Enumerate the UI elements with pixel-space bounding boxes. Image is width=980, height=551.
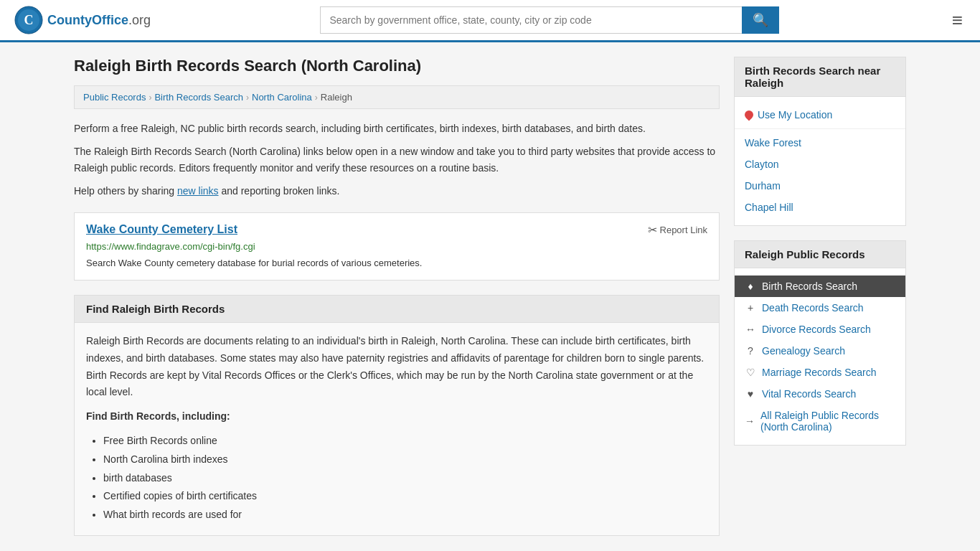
logo-text: CountyOffice.org xyxy=(47,13,151,28)
breadcrumb-sep-2: › xyxy=(246,93,249,103)
breadcrumb-raleigh: Raleigh xyxy=(321,92,352,103)
sidebar-nearby-durham[interactable]: Durham xyxy=(735,175,905,197)
record-card: Wake County Cemetery List ✂ Report Link … xyxy=(74,212,720,281)
sidebar-item-birth-records[interactable]: ♦ Birth Records Search xyxy=(735,276,905,297)
description-2: The Raleigh Birth Records Search (North … xyxy=(74,143,720,176)
sidebar-nearby-wake-forest[interactable]: Wake Forest xyxy=(735,132,905,154)
sidebar-item-death-records[interactable]: + Death Records Search xyxy=(735,297,905,319)
main-content: Raleigh Birth Records Search (North Caro… xyxy=(74,57,720,536)
find-section: Find Raleigh Birth Records Raleigh Birth… xyxy=(74,295,720,536)
sidebar-public-records-section: Raleigh Public Records ♦ Birth Records S… xyxy=(734,240,906,446)
report-icon: ✂ xyxy=(648,223,657,237)
genealogy-icon: ? xyxy=(745,345,756,357)
record-description: Search Wake County cemetery database for… xyxy=(86,256,707,270)
marriage-records-icon: ♡ xyxy=(745,367,756,378)
sidebar-nearby-chapel-hill[interactable]: Chapel Hill xyxy=(735,197,905,218)
find-section-body: Raleigh Birth Records are documents rela… xyxy=(75,323,719,535)
list-item: Free Birth Records online xyxy=(103,433,707,450)
sidebar-nearby-section: Birth Records Search near Raleigh Use My… xyxy=(734,57,906,226)
find-section-list-header: Find Birth Records, including: xyxy=(86,408,707,425)
sidebar-item-vital-records[interactable]: ♥ Vital Records Search xyxy=(735,383,905,405)
breadcrumb: Public Records › Birth Records Search › … xyxy=(74,85,720,109)
divorce-records-icon: ↔ xyxy=(745,324,756,335)
search-input[interactable] xyxy=(320,6,742,34)
new-links-link[interactable]: new links xyxy=(177,185,219,197)
record-title-link[interactable]: Wake County Cemetery List xyxy=(86,223,237,236)
search-button[interactable]: 🔍 xyxy=(742,6,779,34)
location-pin-icon xyxy=(743,109,755,121)
header: C CountyOffice.org 🔍 ≡ xyxy=(0,0,980,42)
find-section-paragraph: Raleigh Birth Records are documents rela… xyxy=(86,333,707,401)
sidebar-item-genealogy[interactable]: ? Genealogy Search xyxy=(735,340,905,362)
list-item: What birth records are used for xyxy=(103,507,707,524)
sidebar-public-records-body: ♦ Birth Records Search + Death Records S… xyxy=(735,268,905,445)
sidebar-public-records-title: Raleigh Public Records xyxy=(735,241,905,268)
list-item: birth databases xyxy=(103,470,707,487)
sidebar-divider xyxy=(735,128,905,129)
breadcrumb-north-carolina[interactable]: North Carolina xyxy=(252,92,312,103)
sidebar-nearby-body: Use My Location Wake Forest Clayton Durh… xyxy=(735,97,905,225)
breadcrumb-sep-3: › xyxy=(315,93,318,103)
svg-text:C: C xyxy=(24,13,34,27)
report-link[interactable]: ✂ Report Link xyxy=(648,223,707,237)
vital-records-icon: ♥ xyxy=(745,388,756,400)
logo-icon: C xyxy=(14,6,43,34)
sidebar: Birth Records Search near Raleigh Use My… xyxy=(734,57,906,536)
sidebar-item-marriage-records[interactable]: ♡ Marriage Records Search xyxy=(735,362,905,383)
description: Perform a free Raleigh, NC public birth … xyxy=(74,121,720,199)
logo-area: C CountyOffice.org xyxy=(14,6,151,34)
sidebar-nearby-title: Birth Records Search near Raleigh xyxy=(735,57,905,97)
description-1: Perform a free Raleigh, NC public birth … xyxy=(74,121,720,136)
all-records-icon: → xyxy=(745,415,755,427)
list-item: Certified copies of birth certificates xyxy=(103,488,707,505)
find-section-header: Find Raleigh Birth Records xyxy=(75,296,719,323)
find-section-list: Free Birth Records online North Carolina… xyxy=(103,433,707,524)
record-card-header: Wake County Cemetery List ✂ Report Link xyxy=(86,223,707,237)
record-url[interactable]: https://www.findagrave.com/cgi-bin/fg.cg… xyxy=(86,241,707,252)
sidebar-item-divorce-records[interactable]: ↔ Divorce Records Search xyxy=(735,319,905,340)
description-3: Help others by sharing new links and rep… xyxy=(74,183,720,199)
breadcrumb-sep-1: › xyxy=(149,93,151,103)
hamburger-icon: ≡ xyxy=(952,9,963,31)
page-title: Raleigh Birth Records Search (North Caro… xyxy=(74,57,720,75)
death-records-icon: + xyxy=(745,302,756,314)
sidebar-nearby-clayton[interactable]: Clayton xyxy=(735,154,905,175)
hamburger-button[interactable]: ≡ xyxy=(949,6,966,34)
breadcrumb-public-records[interactable]: Public Records xyxy=(83,92,146,103)
list-item: North Carolina birth indexes xyxy=(103,451,707,468)
sidebar-item-all-records[interactable]: → All Raleigh Public Records (North Caro… xyxy=(735,405,905,438)
birth-records-icon: ♦ xyxy=(745,281,756,292)
content-wrapper: Raleigh Birth Records Search (North Caro… xyxy=(60,42,920,550)
use-my-location[interactable]: Use My Location xyxy=(735,104,905,126)
search-area: 🔍 xyxy=(320,6,779,34)
search-icon: 🔍 xyxy=(753,13,768,27)
breadcrumb-birth-records[interactable]: Birth Records Search xyxy=(154,92,243,103)
